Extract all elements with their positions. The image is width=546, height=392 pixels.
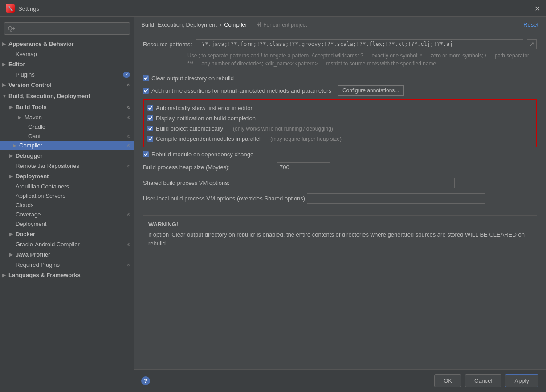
rebuild-module-row: Rebuild module on dependency change: [143, 149, 537, 159]
sidebar-item-languages[interactable]: ▶ Languages & Frameworks: [0, 270, 134, 281]
rebuild-module-checkbox[interactable]: [143, 151, 149, 157]
cancel-button[interactable]: Cancel: [465, 374, 501, 387]
clear-output-row: Clear output directory on rebuild: [143, 73, 537, 83]
reset-button[interactable]: Reset: [523, 21, 538, 28]
user-local-vm-input[interactable]: [307, 193, 485, 204]
sidebar-item-plugins[interactable]: Plugins 2: [0, 70, 134, 79]
external-icon: ⎋: [127, 105, 130, 110]
build-auto-checkbox[interactable]: [147, 126, 153, 131]
build-auto-label[interactable]: Build project automatically: [156, 125, 223, 132]
display-notification-checkbox[interactable]: [147, 115, 153, 121]
main-content: Resource patterns: ⤢ Use ; to separate p…: [134, 32, 546, 369]
title-bar-left: 🔧 Settings: [6, 4, 39, 13]
compile-parallel-row: Compile independent modules in parallel …: [147, 134, 532, 144]
sidebar: ▶ Appearance & Behavior Keymap ▶ Editor …: [0, 17, 134, 392]
warning-text: If option 'Clear output directory on reb…: [148, 230, 531, 248]
build-heap-label: Build process heap size (Mbytes):: [143, 164, 277, 171]
sidebar-item-appearance[interactable]: ▶ Appearance & Behavior: [0, 38, 134, 49]
auto-show-error-row: Automatically show first error in editor: [147, 103, 532, 113]
expand-icon: ▶: [2, 41, 8, 46]
main-header: Build, Execution, Deployment › Compiler …: [134, 17, 546, 32]
sidebar-item-build-tools[interactable]: ▶ Build Tools ⎋: [0, 102, 134, 113]
apply-button[interactable]: Apply: [505, 374, 538, 387]
sidebar-item-label: Build Tools: [16, 104, 47, 110]
expand-icon: ▶: [2, 273, 8, 278]
sidebar-item-label: Coverage: [16, 211, 41, 218]
sidebar-item-build-exec[interactable]: ▼ Build, Execution, Deployment: [0, 90, 134, 102]
sidebar-item-label: Gradle-Android Compiler: [16, 241, 80, 248]
compile-parallel-checkbox[interactable]: [147, 136, 153, 142]
expand-button[interactable]: ⤢: [527, 39, 537, 49]
clear-output-label[interactable]: Clear output directory on rebuild: [151, 75, 234, 82]
clear-output-checkbox[interactable]: [143, 75, 149, 81]
settings-dialog: 🔧 Settings ✕ ▶ Appearance & Behavior Key…: [0, 0, 546, 392]
sidebar-item-debugger[interactable]: ▶ Debugger: [0, 150, 134, 161]
sidebar-item-arquillian[interactable]: Arquillian Containers: [0, 182, 134, 191]
sidebar-item-label: Gant: [28, 133, 41, 139]
sidebar-item-gant[interactable]: Gant ⎋: [0, 131, 134, 141]
for-current-project: 🗄 For current project: [256, 22, 307, 28]
add-runtime-label[interactable]: Add runtime assertions for notnull-annot…: [151, 87, 331, 94]
expand-icon: ▼: [2, 94, 8, 98]
configure-annotations-button[interactable]: Configure annotations...: [338, 85, 404, 96]
shared-vm-row: Shared build process VM options:: [143, 175, 537, 191]
expand-icon: ▶: [2, 82, 8, 87]
sidebar-item-label: Remote Jar Repositories: [16, 163, 79, 169]
app-icon: 🔧: [6, 4, 15, 13]
external-icon: ⎋: [127, 82, 130, 87]
shared-vm-label: Shared build process VM options:: [143, 180, 277, 186]
sidebar-item-maven[interactable]: ▶ Maven ⎋: [0, 113, 134, 122]
sidebar-item-clouds[interactable]: Clouds: [0, 200, 134, 210]
sidebar-item-label: Plugins: [16, 71, 35, 78]
sidebar-item-version-control[interactable]: ▶ Version Control ⎋: [0, 79, 134, 90]
compile-parallel-label[interactable]: Compile independent modules in parallel: [156, 135, 261, 142]
sidebar-item-remote-jar[interactable]: Remote Jar Repositories ⎋: [0, 161, 134, 171]
external-icon: ⎋: [127, 143, 130, 148]
sidebar-item-docker[interactable]: ▶ Docker: [0, 229, 134, 240]
expand-icon: ▶: [9, 174, 16, 179]
add-runtime-checkbox[interactable]: [143, 88, 149, 94]
resource-patterns-label: Resource patterns:: [143, 41, 192, 48]
header-left: Build, Execution, Deployment › Compiler …: [141, 21, 307, 28]
rebuild-module-label[interactable]: Rebuild module on dependency change: [151, 151, 253, 158]
sidebar-item-app-servers[interactable]: Application Servers: [0, 191, 134, 200]
display-notification-row: Display notification on build completion: [147, 113, 532, 123]
shared-vm-input[interactable]: [277, 178, 455, 188]
help-button[interactable]: ?: [141, 376, 150, 385]
sidebar-item-coverage[interactable]: Coverage ⎋: [0, 210, 134, 219]
breadcrumb-parent: Build, Execution, Deployment: [141, 21, 217, 28]
sidebar-item-label: Required Plugins: [16, 261, 60, 268]
resource-patterns-row: Resource patterns: ⤢: [143, 39, 537, 49]
display-notification-label[interactable]: Display notification on build completion: [156, 115, 256, 122]
sidebar-item-required-plugins[interactable]: Required Plugins ⎋: [0, 260, 134, 270]
sidebar-item-gradle-android[interactable]: Gradle-Android Compiler ⎋: [0, 240, 134, 249]
external-icon: ⎋: [127, 163, 130, 168]
expand-icon: ▶: [9, 232, 16, 237]
sidebar-item-label: Gradle: [28, 123, 45, 130]
resource-patterns-input[interactable]: [196, 39, 523, 49]
ok-button[interactable]: OK: [434, 374, 461, 387]
sidebar-item-label: Appearance & Behavior: [8, 41, 74, 47]
breadcrumb-separator: ›: [220, 21, 221, 28]
help-text: Use ; to separate patterns and ! to nega…: [143, 52, 537, 68]
sidebar-item-editor[interactable]: ▶ Editor: [0, 59, 134, 70]
action-buttons: OK Cancel Apply: [434, 374, 538, 387]
sidebar-item-label: Debugger: [16, 152, 43, 159]
sidebar-item-compiler[interactable]: ▶ Compiler ⎋: [0, 141, 134, 150]
auto-show-error-label[interactable]: Automatically show first error in editor: [156, 105, 253, 111]
external-icon: ⎋: [127, 242, 130, 247]
sidebar-item-keymap[interactable]: Keymap: [0, 49, 134, 59]
sidebar-item-label: Editor: [8, 61, 25, 68]
sidebar-item-java-profiler[interactable]: ▶ Java Profiler: [0, 249, 134, 260]
sidebar-item-deployment[interactable]: ▶ Deployment: [0, 171, 134, 182]
search-input[interactable]: [4, 22, 130, 35]
expand-icon: ▶: [2, 62, 8, 67]
expand-icon: ▶: [9, 153, 16, 158]
close-button[interactable]: ✕: [534, 4, 540, 13]
auto-show-error-checkbox[interactable]: [147, 105, 153, 111]
external-icon: ⎋: [127, 262, 130, 267]
build-heap-input[interactable]: [277, 162, 330, 172]
sidebar-item-deployment2[interactable]: Deployment: [0, 219, 134, 229]
sidebar-item-gradle[interactable]: Gradle: [0, 122, 134, 131]
expand-icon: ▶: [9, 105, 16, 110]
